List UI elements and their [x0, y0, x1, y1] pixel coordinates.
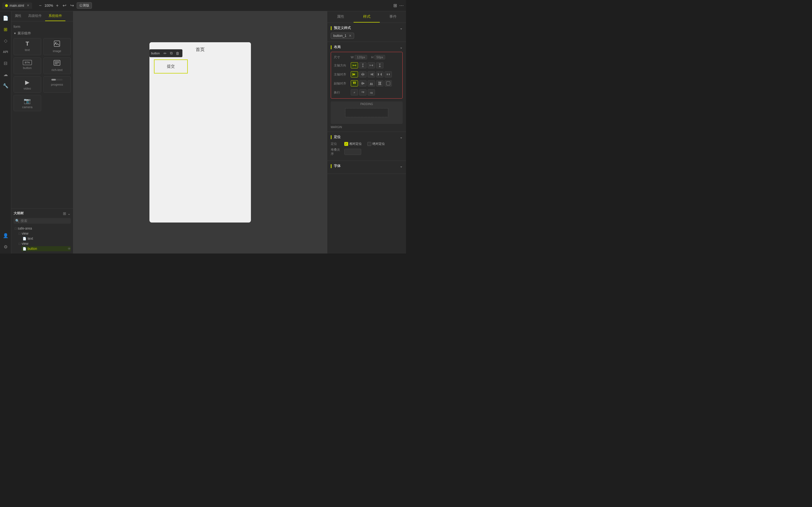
redo-btn[interactable]: ↪ [69, 3, 75, 8]
canvas-button[interactable]: 提交 [154, 59, 188, 73]
absolute-checkbox[interactable] [367, 142, 371, 146]
beta-btn[interactable]: 公测版 [77, 2, 92, 9]
font-section-header[interactable]: 字体 ⌄ [331, 164, 403, 168]
predefined-tag-remove-btn[interactable]: ✕ [349, 34, 352, 38]
height-label: H [371, 55, 373, 59]
tree-item-button[interactable]: 📄 button 👁 [21, 246, 71, 251]
direction-col-btn[interactable] [359, 62, 366, 68]
direction-col-rev-btn[interactable] [376, 62, 384, 68]
outline-search-box[interactable]: 🔍 [13, 218, 71, 224]
layout-size-row: 尺寸 W 120px H 50px [334, 55, 400, 59]
cross-align-center-btn[interactable] [359, 80, 366, 87]
cross-align-end-btn[interactable] [368, 80, 375, 87]
tree-item-view-1[interactable]: □ view [17, 231, 71, 236]
tree-item-safe-area[interactable]: □ safe-area [13, 226, 71, 231]
predefined-tag-button1: button_1 ✕ [331, 33, 354, 39]
comp-video-label: video [24, 87, 31, 90]
absolute-label: 绝对定位 [372, 142, 385, 146]
svg-rect-25 [372, 73, 373, 75]
sidebar-settings-btn[interactable]: ⚙ [1, 242, 10, 251]
tab-close-btn[interactable]: ✕ [27, 4, 29, 7]
comp-text[interactable]: T text [13, 38, 41, 55]
sidebar-cloud-btn[interactable]: ☁ [1, 70, 10, 79]
direction-row-rev-btn[interactable] [368, 62, 375, 68]
outline-collapse-btn[interactable]: ⌄ [67, 211, 71, 216]
positioning-section-header[interactable]: 定位 ⌄ [331, 135, 403, 139]
main-align-center-btn[interactable] [359, 71, 366, 77]
direction-row-btn[interactable] [351, 62, 358, 68]
size-controls: W 120px H 50px [351, 55, 400, 59]
sidebar-file-btn[interactable]: 📄 [1, 13, 10, 22]
component-grid: T text image BTN button [13, 38, 71, 111]
svg-rect-34 [355, 82, 356, 84]
sidebar-bottom: 👤 ⚙ [1, 231, 10, 251]
layout-toggle-btn[interactable]: ⊞ [393, 3, 397, 8]
section-chevron: ▼ [13, 32, 16, 35]
file-tab[interactable]: main.stml ✕ [2, 3, 32, 9]
predefined-expand-icon: ⌄ [400, 26, 403, 30]
wrap-none-btn[interactable]: ≠ [351, 89, 358, 96]
tab-system-components[interactable]: 系统组件 [45, 11, 65, 21]
wrap-reverse-btn[interactable] [368, 89, 375, 96]
outline-add-btn[interactable]: ⊞ [63, 211, 66, 216]
relative-checkbox[interactable] [344, 142, 348, 146]
sidebar-user-btn[interactable]: 👤 [1, 231, 10, 240]
tree-children-view-2: 📄 button 👁 [17, 246, 71, 251]
comp-progress[interactable]: progress [43, 76, 71, 93]
padding-label: PADDING [360, 103, 373, 106]
cross-align-start-btn[interactable] [351, 80, 358, 87]
tab-properties[interactable]: 属性 [327, 11, 354, 22]
comp-video[interactable]: ▶ video [13, 76, 41, 93]
tab-events[interactable]: 事件 [380, 11, 406, 22]
outline-search-input[interactable] [20, 219, 69, 223]
height-value[interactable]: 50px [374, 55, 385, 59]
cross-align-baseline-btn[interactable] [385, 80, 392, 87]
main-axis-align-row: 主轴对齐 [334, 71, 400, 77]
tab-dot [5, 4, 8, 7]
sidebar-api-btn[interactable]: API [1, 47, 10, 56]
wrap-wrap-btn[interactable] [359, 89, 366, 96]
main-align-between-btn[interactable] [376, 71, 384, 77]
toolbar-edit-btn[interactable]: ✏ [162, 50, 168, 56]
toolbar-copy-btn[interactable]: ⧉ [168, 50, 174, 56]
sidebar-shape-btn[interactable]: ◇ [1, 36, 10, 45]
cross-align-stretch-btn[interactable] [376, 80, 384, 87]
absolute-position-option[interactable]: 绝对定位 [367, 142, 385, 146]
tree-item-text[interactable]: 📄 text [21, 236, 71, 241]
sidebar-component-btn[interactable]: ⊞ [1, 25, 10, 34]
height-field: H 50px [371, 55, 386, 59]
layout-section-header[interactable]: 布局 ⌄ [331, 45, 403, 50]
outline-tree-section: 大纲树 ⊞ ⌄ 🔍 □ safe-area □ view [11, 209, 73, 253]
more-btn[interactable]: ⋯ [399, 3, 404, 8]
camera-icon: 📷 [24, 98, 31, 104]
predefined-tags: button_1 ✕ [331, 33, 403, 39]
toolbar-delete-btn[interactable]: 🗑 [174, 50, 181, 56]
undo-btn[interactable]: ↩ [61, 3, 67, 8]
visibility-icon[interactable]: 👁 [68, 247, 71, 250]
comp-button[interactable]: BTN button [13, 57, 41, 74]
relative-position-option[interactable]: 相对定位 [344, 142, 362, 146]
width-value[interactable]: 120px [355, 55, 367, 59]
comp-image[interactable]: image [43, 38, 71, 55]
main-align-end-btn[interactable] [368, 71, 375, 77]
right-panel-tabs: 属性 样式 事件 [327, 11, 406, 23]
sidebar-data-btn[interactable]: ⊟ [1, 59, 10, 68]
button-toolbar: button ✏ ⧉ 🗑 [149, 49, 183, 57]
main-layout: 📄 ⊞ ◇ API ⊟ ☁ 🔧 👤 ⚙ 属性 高级组件 系统组件 form ▼ … [0, 11, 406, 253]
sidebar-plugin-btn[interactable]: 🔧 [1, 81, 10, 90]
tree-item-view-2[interactable]: □ view [17, 241, 71, 246]
tab-styles[interactable]: 样式 [354, 11, 380, 22]
stack-order-row: 堆叠次序 [331, 148, 403, 156]
zoom-minus-btn[interactable]: − [38, 3, 43, 8]
zoom-plus-btn[interactable]: + [55, 3, 59, 8]
main-align-around-btn[interactable] [385, 71, 392, 77]
section-display-components[interactable]: ▼ 展示组件 [13, 31, 71, 36]
main-align-start-btn[interactable] [351, 71, 358, 77]
comp-camera[interactable]: 📷 camera [13, 95, 41, 111]
tab-ui-components[interactable]: 属性 [11, 11, 25, 21]
main-axis-align-controls [351, 71, 400, 77]
predefined-styles-header[interactable]: 预定义样式 ⌄ [331, 25, 403, 31]
stack-order-input[interactable] [344, 149, 361, 155]
comp-rich-text[interactable]: rich-text [43, 57, 71, 74]
tab-advanced-components[interactable]: 高级组件 [25, 11, 45, 21]
